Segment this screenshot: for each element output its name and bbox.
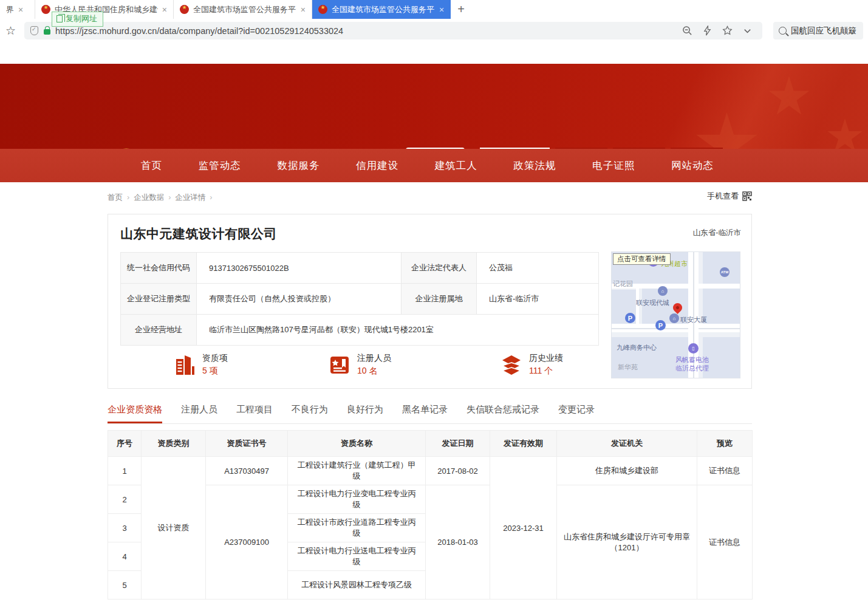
company-stats: 资质项 5 项 注册人员 10 名 xyxy=(120,353,599,377)
map-tooltip: 点击可查看详情 xyxy=(613,253,671,265)
tab-good-behavior[interactable]: 良好行为 xyxy=(347,404,383,423)
reg-type-value: 有限责任公司（自然人投资或控股） xyxy=(197,284,402,315)
tab-change-records[interactable]: 变更记录 xyxy=(558,404,595,423)
address-label: 企业经营地址 xyxy=(121,315,197,346)
breadcrumb-company-data[interactable]: 企业数据 xyxy=(134,193,164,203)
hot-search-box[interactable]: 国航回应飞机颠簸 xyxy=(773,22,863,39)
url-actions xyxy=(682,26,756,36)
emblem-favicon-icon xyxy=(180,5,189,14)
new-tab-button[interactable]: + xyxy=(451,0,471,19)
cell-authority: 山东省住房和城乡建设厅许可专用章（1201） xyxy=(557,485,697,600)
col-issue-date: 发证日期 xyxy=(426,431,490,457)
location-map[interactable]: ♨ 九州超市 ATM 记花园 ⌂ 联安现代城 ⌂ 联安大厦 P P 九峰商务中心… xyxy=(611,251,740,378)
search-icon xyxy=(779,27,787,35)
browser-tab-jzsc-active[interactable]: 全国建筑市场监管公共服务平台 × xyxy=(312,0,451,19)
cell-category: 设计资质 xyxy=(142,457,206,600)
zoom-out-icon[interactable] xyxy=(682,26,692,36)
company-info-table: 统一社会信用代码 91371302675501022B 企业法定代表人 公茂福 … xyxy=(120,252,599,346)
cell-cert-no: A237009100 xyxy=(206,485,288,600)
table-row: 企业登记注册类型 有限责任公司（自然人投资或控股） 企业注册属地 山东省-临沂市 xyxy=(121,284,599,315)
copy-url-label: 复制网址 xyxy=(66,13,97,24)
tab-close-icon[interactable]: × xyxy=(439,5,444,14)
breadcrumb-home[interactable]: 首页 xyxy=(108,193,123,203)
tab-bad-behavior[interactable]: 不良行为 xyxy=(292,404,328,423)
layers-icon xyxy=(501,354,522,376)
col-validity: 发证有效期 xyxy=(490,431,557,457)
cell-index: 2 xyxy=(108,485,142,514)
cell-index: 4 xyxy=(108,542,142,571)
site-header: 中华人民共和国住房和城乡建设部www.mohurd.gov.cn 全国建筑市场监… xyxy=(0,64,868,149)
qr-icon xyxy=(742,191,752,201)
tab-qualifications[interactable]: 企业资质资格 xyxy=(108,404,162,423)
certificate-book-icon xyxy=(329,354,350,376)
credit-code-value: 91371302675501022B xyxy=(197,253,402,284)
cell-name: 工程设计电力行业变电工程专业丙级 xyxy=(288,485,426,514)
map-label-garden: 记花园 xyxy=(613,279,633,289)
credit-code-label: 统一社会信用代码 xyxy=(121,253,197,284)
emblem-favicon-icon xyxy=(318,5,327,14)
tab-close-icon[interactable]: × xyxy=(162,5,167,14)
nav-item-home[interactable]: 首页 xyxy=(141,159,162,173)
stat-registered-personnel[interactable]: 注册人员 10 名 xyxy=(329,353,391,377)
tower-pin-icon: ⌂ xyxy=(669,313,679,323)
nav-item-policy[interactable]: 政策法规 xyxy=(514,159,556,173)
cell-name: 工程设计市政行业道路工程专业丙级 xyxy=(288,514,426,542)
breadcrumb-separator: › xyxy=(168,193,171,202)
breadcrumb-separator: › xyxy=(127,193,129,202)
stat-label: 注册人员 xyxy=(357,353,391,364)
table-row: 1 设计资质 A137030497 工程设计建筑行业（建筑工程）甲级 2017-… xyxy=(108,457,753,485)
lightning-icon[interactable] xyxy=(702,26,713,36)
address-value: 临沂市兰山区陶然路107号星河晶都（联安）现代城1号楼2201室 xyxy=(197,315,599,346)
stat-historical-performance[interactable]: 历史业绩 111 个 xyxy=(501,353,563,377)
tab-close-icon[interactable]: × xyxy=(301,5,306,14)
hot-search-text: 国航回应飞机颠簸 xyxy=(791,26,856,36)
nav-item-data-service[interactable]: 数据服务 xyxy=(277,159,320,173)
parking-pin-icon: P xyxy=(625,313,635,323)
tab-registered-personnel[interactable]: 注册人员 xyxy=(181,404,217,423)
shield-icon[interactable] xyxy=(30,26,38,35)
favorite-star-icon[interactable] xyxy=(722,26,733,36)
tab-label: 界 xyxy=(6,4,14,15)
company-detail-card: 山东中元建筑设计有限公司 山东省-临沂市 统一社会信用代码 9137130267… xyxy=(108,214,752,389)
cell-issue-date: 2017-08-02 xyxy=(426,457,490,485)
map-label-business-center: 九峰商务中心 xyxy=(617,343,657,352)
map-label-lianan-city: 联安现代城 xyxy=(636,298,669,307)
main-navigation: 首页 监管动态 数据服务 信用建设 建筑工人 政策法规 电子证照 网站动态 xyxy=(0,149,868,182)
certificate-info-link[interactable]: 证书信息 xyxy=(697,457,753,485)
browser-tab-jzsc-1[interactable]: 全国建筑市场监管公共服务平台 × xyxy=(174,0,312,19)
browser-tab-partial[interactable]: 界 × xyxy=(0,0,35,19)
col-index: 序号 xyxy=(108,431,142,457)
tab-dishonesty-records[interactable]: 失信联合惩戒记录 xyxy=(466,404,539,423)
reg-type-label: 企业登记注册类型 xyxy=(121,284,197,315)
breadcrumb-company-detail[interactable]: 企业详情 xyxy=(175,193,205,203)
battery-pin-icon: ▯ xyxy=(688,343,699,354)
nav-item-workers[interactable]: 建筑工人 xyxy=(435,159,477,173)
nav-item-supervision[interactable]: 监管动态 xyxy=(199,159,241,173)
tab-projects[interactable]: 工程项目 xyxy=(236,404,273,423)
tab-close-icon[interactable]: × xyxy=(18,5,23,14)
legal-rep-value: 公茂福 xyxy=(477,253,599,284)
cell-index: 1 xyxy=(108,457,142,485)
nav-item-e-license[interactable]: 电子证照 xyxy=(592,159,635,173)
copy-url-tooltip[interactable]: 复制网址 xyxy=(52,12,103,27)
company-name: 山东中元建筑设计有限公司 xyxy=(120,225,277,242)
qualification-table: 序号 资质类别 资质证书号 资质名称 发证日期 发证有效期 发证机关 预览 1 … xyxy=(108,430,753,600)
chevron-down-icon[interactable] xyxy=(742,26,753,36)
lock-icon xyxy=(44,29,50,35)
nav-item-credit[interactable]: 信用建设 xyxy=(356,159,398,173)
mobile-view-button[interactable]: 手机查看 xyxy=(707,191,752,202)
map-label-lianan-tower: 联安大厦 xyxy=(680,315,707,324)
address-box[interactable] xyxy=(24,22,762,39)
browser-tab-strip: 界 × 中华人民共和国住房和城乡建设 × 全国建筑市场监管公共服务平台 × 全国… xyxy=(0,0,868,19)
bookmark-star-icon[interactable]: ☆ xyxy=(5,24,16,38)
tab-label: 全国建筑市场监管公共服务平台 xyxy=(193,4,296,15)
tab-blacklist[interactable]: 黑名单记录 xyxy=(402,404,448,423)
nav-item-site-news[interactable]: 网站动态 xyxy=(671,159,714,173)
residence-pin-icon: ⌂ xyxy=(658,286,668,296)
col-preview: 预览 xyxy=(697,431,753,457)
breadcrumb-separator: › xyxy=(210,193,212,202)
certificate-info-link[interactable]: 证书信息 xyxy=(697,485,753,600)
stat-qualifications[interactable]: 资质项 5 项 xyxy=(174,353,228,377)
breadcrumb: 首页 › 企业数据 › 企业详情 › 手机查看 xyxy=(108,191,752,204)
url-input[interactable] xyxy=(55,26,682,36)
